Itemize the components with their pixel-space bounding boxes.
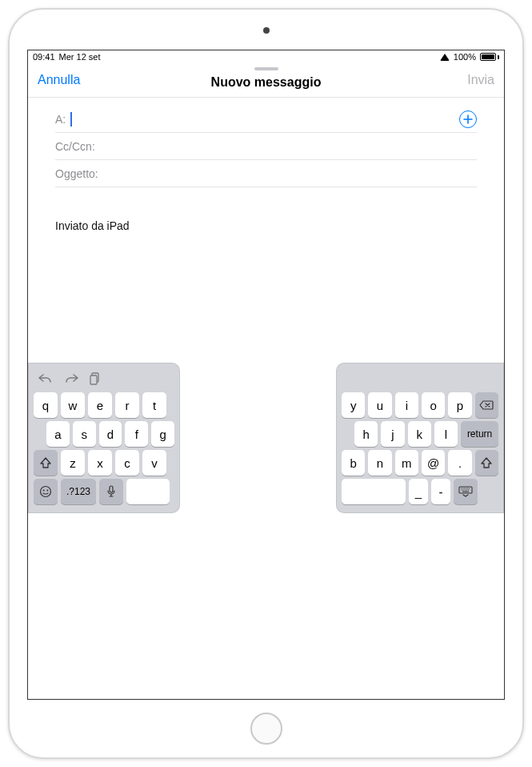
key-at[interactable]: @ (422, 450, 445, 476)
dismiss-keyboard-key[interactable] (454, 479, 478, 504)
cancel-button[interactable]: Annulla (38, 73, 80, 87)
cc-bcc-row[interactable]: Cc/Ccn: (55, 133, 477, 160)
backspace-key[interactable] (475, 392, 498, 418)
kb-right-row3: b n m @ . (342, 450, 498, 476)
status-bar: 09:41 Mer 12 set 100% (28, 50, 504, 63)
send-button[interactable]: Invia (467, 73, 494, 87)
to-label: A: (55, 113, 66, 126)
space-key-right[interactable] (342, 479, 406, 504)
clipboard-icon[interactable] (90, 372, 101, 385)
cc-bcc-input[interactable] (100, 140, 477, 153)
plus-icon (463, 114, 473, 124)
svg-point-4 (46, 490, 48, 492)
battery-percent: 100% (454, 52, 476, 62)
emoji-icon (39, 485, 52, 498)
screen: 09:41 Mer 12 set 100% Annulla Nuovo mess… (27, 50, 505, 700)
key-a[interactable]: a (46, 421, 70, 447)
camera-dot (263, 27, 270, 34)
kb-left-row3: z x c v (34, 450, 174, 476)
shift-icon (481, 457, 492, 468)
keyboard-dismiss-icon (458, 486, 473, 497)
signature-text: Inviato da iPad (55, 219, 130, 232)
key-z[interactable]: z (61, 450, 85, 476)
shift-key-left[interactable] (34, 450, 58, 476)
key-v[interactable]: v (142, 450, 166, 476)
kb-left-row4: .?123 (34, 479, 174, 504)
key-f[interactable]: f (125, 421, 148, 447)
shift-key-right[interactable] (475, 450, 498, 476)
key-y[interactable]: y (342, 392, 365, 418)
ipad-device-frame: 09:41 Mer 12 set 100% Annulla Nuovo mess… (8, 8, 524, 759)
key-n[interactable]: n (368, 450, 391, 476)
compose-fields: A: Cc/Ccn: Oggetto: (28, 98, 504, 187)
compose-title: Nuovo messaggio (211, 75, 322, 90)
key-underscore[interactable]: _ (409, 479, 428, 504)
svg-point-2 (41, 487, 51, 497)
key-u[interactable]: u (368, 392, 391, 418)
key-j[interactable]: j (381, 421, 404, 447)
key-o[interactable]: o (422, 392, 445, 418)
key-hyphen[interactable]: - (431, 479, 450, 504)
microphone-icon (106, 485, 116, 498)
key-t[interactable]: t (142, 392, 166, 418)
wifi-icon (440, 54, 450, 61)
return-key[interactable]: return (461, 421, 498, 447)
cc-bcc-label: Cc/Ccn: (55, 140, 95, 153)
key-h[interactable]: h (354, 421, 378, 447)
key-s[interactable]: s (73, 421, 96, 447)
sheet-grabber[interactable] (254, 67, 278, 70)
key-g[interactable]: g (151, 421, 174, 447)
split-keyboard: q w e r t a s d f g z (28, 363, 504, 523)
keyboard-right-half: y u i o p h j k l return b (336, 363, 504, 513)
svg-rect-5 (110, 486, 113, 492)
numbers-key[interactable]: .?123 (61, 479, 96, 504)
key-q[interactable]: q (34, 392, 58, 418)
message-body[interactable]: Inviato da iPad (28, 187, 504, 232)
kb-right-row2: h j k l return (342, 421, 498, 447)
keyboard-toolbar-right (342, 368, 498, 389)
key-c[interactable]: c (115, 450, 139, 476)
key-w[interactable]: w (61, 392, 85, 418)
key-b[interactable]: b (342, 450, 365, 476)
subject-input[interactable] (103, 167, 477, 180)
undo-icon[interactable] (38, 373, 53, 384)
key-d[interactable]: d (99, 421, 122, 447)
dictation-key[interactable] (99, 479, 123, 504)
emoji-key[interactable] (34, 479, 58, 504)
subject-label: Oggetto: (55, 167, 98, 180)
keyboard-toolbar (34, 368, 174, 389)
add-contact-button[interactable] (459, 110, 477, 128)
compose-header: Annulla Nuovo messaggio Invia (28, 63, 504, 97)
key-x[interactable]: x (88, 450, 112, 476)
status-time: 09:41 (33, 52, 55, 62)
key-p[interactable]: p (448, 392, 471, 418)
svg-point-3 (43, 490, 45, 492)
keyboard-left-half: q w e r t a s d f g z (28, 363, 180, 513)
key-period[interactable]: . (448, 450, 471, 476)
key-m[interactable]: m (395, 450, 418, 476)
kb-right-row4: _ - (342, 479, 498, 504)
kb-left-row2: a s d f g (34, 421, 174, 447)
key-i[interactable]: i (395, 392, 418, 418)
key-r[interactable]: r (115, 392, 139, 418)
to-row[interactable]: A: (55, 106, 477, 133)
redo-icon[interactable] (64, 373, 78, 384)
key-e[interactable]: e (88, 392, 112, 418)
battery-icon (480, 53, 499, 61)
home-button[interactable] (250, 713, 282, 745)
svg-rect-1 (90, 375, 97, 384)
key-k[interactable]: k (408, 421, 431, 447)
backspace-icon (479, 400, 494, 411)
kb-right-row1: y u i o p (342, 392, 498, 418)
kb-left-row1: q w e r t (34, 392, 174, 418)
shift-icon (40, 457, 51, 468)
key-l[interactable]: l (434, 421, 458, 447)
subject-row[interactable]: Oggetto: (55, 160, 477, 187)
to-input[interactable] (72, 113, 453, 126)
status-date: Mer 12 set (59, 52, 101, 62)
space-key-left[interactable] (126, 479, 170, 504)
